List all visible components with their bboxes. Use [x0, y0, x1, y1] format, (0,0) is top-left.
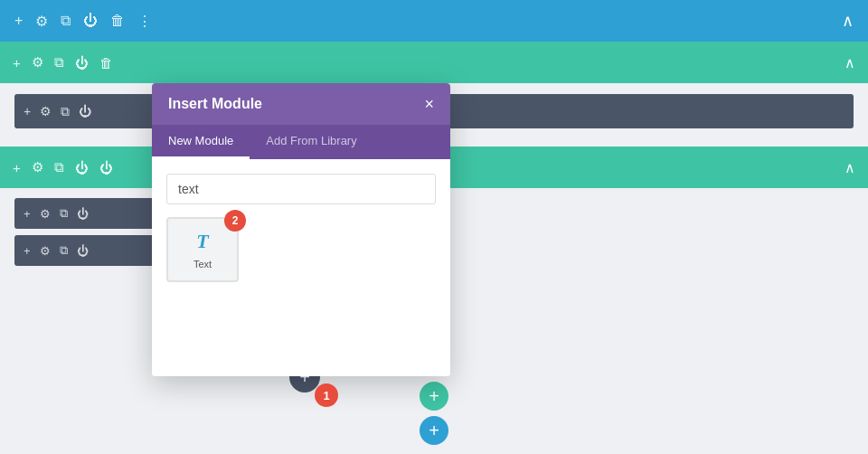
- copy-icon[interactable]: ⧉: [61, 13, 71, 29]
- r2-power-icon[interactable]: ⏻: [77, 244, 89, 258]
- blue-add-button[interactable]: +: [420, 416, 448, 445]
- module-search-input[interactable]: [166, 174, 436, 204]
- r2-plus-icon[interactable]: +: [24, 244, 31, 258]
- section1-row-controls: + ⚙ ⧉ ⏻: [14, 94, 157, 128]
- section1-trash-icon[interactable]: 🗑: [99, 55, 113, 71]
- row-power-icon[interactable]: ⏻: [79, 104, 91, 118]
- section1-power-icon[interactable]: ⏻: [75, 55, 89, 71]
- top-bar-left-icons: + ⚙ ⧉ ⏻ 🗑 ⋮: [14, 13, 152, 30]
- modal-tabs: New Module Add From Library: [152, 125, 450, 159]
- insert-module-modal: Insert Module × New Module Add From Libr…: [152, 83, 450, 376]
- r1-power-icon[interactable]: ⏻: [77, 207, 89, 221]
- modal-title: Insert Module: [168, 96, 262, 112]
- section-1-header-icons: + ⚙ ⧉ ⏻ 🗑: [13, 54, 113, 71]
- section1-gear-icon[interactable]: ⚙: [32, 54, 43, 71]
- modal-header: Insert Module ×: [152, 83, 450, 125]
- collapse-chevron[interactable]: ∧: [842, 11, 854, 31]
- text-module-icon: T: [196, 230, 208, 253]
- section2-gear-icon[interactable]: ⚙: [32, 159, 43, 175]
- r1-copy-icon[interactable]: ⧉: [60, 206, 68, 221]
- trash-icon[interactable]: 🗑: [110, 13, 125, 29]
- section2-row1-controls: + ⚙ ⧉ ⏻: [14, 198, 157, 229]
- section2-row2-controls: + ⚙ ⧉ ⏻: [14, 235, 157, 266]
- module-grid: T Text 2: [166, 217, 436, 282]
- section2-plus-icon[interactable]: +: [13, 160, 21, 175]
- modal-body: T Text 2: [152, 159, 450, 376]
- section-1-header: + ⚙ ⧉ ⏻ 🗑 ∧: [0, 42, 868, 83]
- power-icon[interactable]: ⏻: [83, 13, 98, 29]
- r2-copy-icon[interactable]: ⧉: [60, 243, 68, 258]
- green-add-button[interactable]: +: [420, 382, 448, 411]
- row-copy-icon[interactable]: ⧉: [61, 104, 70, 119]
- r1-gear-icon[interactable]: ⚙: [40, 207, 51, 221]
- badge-1: 1: [315, 383, 338, 407]
- gear-icon[interactable]: ⚙: [35, 13, 48, 30]
- section1-copy-icon[interactable]: ⧉: [54, 54, 64, 71]
- row-plus-icon[interactable]: +: [24, 104, 31, 118]
- section1-collapse-icon[interactable]: ∧: [844, 54, 855, 71]
- row-gear-icon[interactable]: ⚙: [40, 104, 52, 118]
- r1-plus-icon[interactable]: +: [24, 207, 31, 221]
- top-bar: + ⚙ ⧉ ⏻ 🗑 ⋮ ∧: [0, 0, 868, 42]
- more-icon[interactable]: ⋮: [137, 13, 152, 30]
- modal-close-button[interactable]: ×: [424, 96, 434, 112]
- text-module-label: Text: [193, 259, 212, 270]
- bottom-buttons: + +: [0, 382, 868, 454]
- module-item-text[interactable]: T Text 2: [166, 217, 239, 282]
- main-content: + ⚙ ⧉ ⏻ 🗑 ∧ + ⚙ ⧉ ⏻ + ⚙ ⧉ ⏻: [0, 42, 868, 454]
- plus-icon[interactable]: +: [14, 13, 23, 29]
- tab-add-from-library[interactable]: Add From Library: [250, 125, 373, 159]
- section2-copy-icon[interactable]: ⧉: [54, 159, 64, 175]
- module-badge-2: 2: [224, 210, 246, 232]
- section-2-header-icons: + ⚙ ⧉ ⏻ ⏻: [13, 159, 113, 175]
- section2-power-icon[interactable]: ⏻: [75, 160, 89, 175]
- r2-gear-icon[interactable]: ⚙: [40, 244, 51, 258]
- section2-collapse-icon[interactable]: ∧: [844, 159, 855, 176]
- tab-new-module[interactable]: New Module: [152, 125, 250, 159]
- section2-power2-icon[interactable]: ⏻: [99, 160, 113, 175]
- section1-plus-icon[interactable]: +: [13, 55, 21, 71]
